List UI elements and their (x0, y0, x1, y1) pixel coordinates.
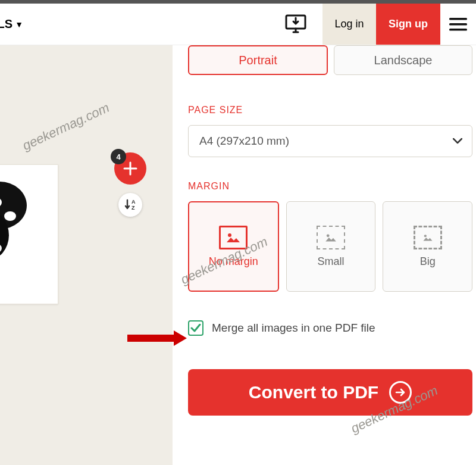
merge-label: Merge all images in one PDF file (212, 322, 375, 335)
margin-none[interactable]: No margin (188, 201, 279, 292)
margin-title: MARGIN (188, 181, 476, 192)
svg-point-14 (327, 234, 330, 237)
left-sidebar: jpg 4 A Z (0, 45, 173, 465)
options-panel: Portrait Landscape PAGE SIZE A4 (297x210… (173, 45, 476, 465)
page-size-select[interactable]: A4 (297x210 mm) (188, 125, 472, 157)
signup-button[interactable]: Sign up (376, 4, 440, 45)
page-size-value: A4 (297x210 mm) (199, 135, 289, 148)
svg-rect-1 (449, 18, 467, 20)
image-thumbnail[interactable]: jpg (0, 164, 58, 304)
download-desktop-icon[interactable] (269, 4, 322, 45)
image-icon (219, 226, 248, 249)
orientation-landscape[interactable]: Landscape (334, 45, 472, 75)
merge-checkbox[interactable] (188, 320, 203, 336)
svg-point-13 (228, 233, 231, 237)
thumbnail-caption: jpg (0, 289, 53, 299)
caret-down-icon: ▼ (15, 20, 23, 29)
tools-label: OLS (0, 17, 12, 31)
image-icon (414, 226, 442, 249)
image-count-badge: 4 (111, 149, 126, 164)
arrow-right-icon (389, 381, 412, 404)
hamburger-menu-icon[interactable] (440, 4, 476, 45)
svg-point-15 (424, 235, 426, 237)
orientation-portrait[interactable]: Portrait (188, 45, 328, 75)
login-button[interactable]: Log in (322, 4, 376, 45)
svg-rect-3 (449, 29, 467, 31)
page-size-title: PAGE SIZE (188, 105, 476, 116)
margin-big[interactable]: Big (383, 201, 472, 292)
thumbnail-image (0, 170, 53, 271)
svg-text:A: A (131, 199, 136, 205)
image-icon (317, 226, 345, 249)
add-image-button[interactable]: 4 (114, 152, 146, 185)
convert-to-pdf-button[interactable]: Convert to PDF (188, 369, 472, 416)
svg-text:Z: Z (131, 205, 135, 211)
chevron-down-icon (453, 138, 462, 144)
svg-rect-2 (449, 23, 467, 26)
check-icon (190, 324, 201, 332)
sort-alpha-button[interactable]: A Z (118, 193, 142, 217)
header-bar: OLS ▼ Log in Sign up (0, 4, 476, 45)
tools-dropdown[interactable]: OLS ▼ (0, 4, 23, 45)
svg-point-8 (4, 211, 16, 221)
margin-small[interactable]: Small (286, 201, 376, 292)
